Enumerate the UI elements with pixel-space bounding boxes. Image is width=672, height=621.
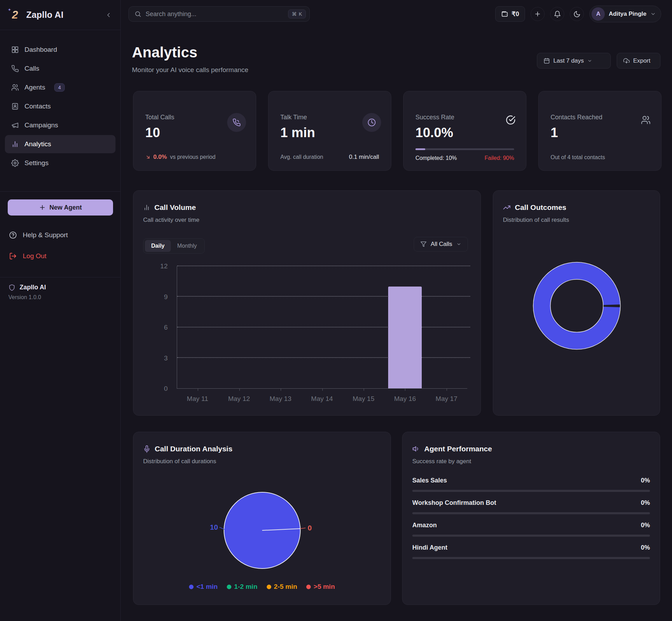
footer-brand: Zapllo AI [20, 284, 46, 291]
trending-up-icon [503, 204, 511, 211]
call-outcomes-title: Call Outcomes [515, 203, 566, 212]
search-bar[interactable]: ⌘ K [128, 6, 310, 22]
call-duration-card: Call Duration Analysis Distribution of c… [133, 432, 391, 605]
agent-row: Workshop Confirmation Bot0% [412, 499, 650, 514]
search-input[interactable] [146, 10, 288, 18]
wallet-balance: ₹0 [512, 10, 519, 18]
call-volume-ylabels: 036912 [149, 266, 173, 389]
search-shortcut-badge: ⌘ K [288, 9, 306, 19]
sidebar-collapse-button[interactable] [105, 12, 112, 19]
dashboard-icon [11, 46, 19, 54]
filter-icon [420, 241, 427, 247]
tab-daily[interactable]: Daily [145, 240, 171, 252]
contacts-note: Out of 4 total contacts [551, 154, 605, 161]
new-agent-button[interactable]: New Agent [8, 199, 113, 216]
sidebar-item-contacts[interactable]: Contacts [5, 97, 115, 115]
pie-callout-right-line [300, 528, 306, 529]
trend-indicator: 0.0% [145, 154, 167, 161]
agent-name: Workshop Confirmation Bot [412, 499, 496, 507]
success-rate-progress [415, 148, 514, 150]
arrow-down-right-icon [145, 154, 151, 160]
search-icon [134, 10, 141, 17]
chevron-left-icon [105, 12, 112, 19]
theme-toggle-button[interactable] [570, 7, 584, 21]
logout-icon [9, 252, 17, 260]
sidebar-item-label: Campaigns [24, 121, 58, 129]
footer-version: Version 1.0.0 [8, 294, 112, 301]
clock-icon [368, 118, 376, 127]
topbar-actions: ₹0 A Aditya Pingle [495, 6, 661, 22]
stat-value: 1 [551, 125, 649, 140]
pie-callout-right: 0 [308, 524, 312, 532]
brand-name: Zapllo AI [26, 10, 63, 20]
completed-label: Completed: 10% [415, 155, 457, 161]
avg-duration-value: 0.1 min/call [349, 154, 379, 161]
call-outcomes-card: Call Outcomes Distribution of call resul… [493, 190, 660, 416]
legend-item: >5 min [306, 583, 335, 591]
moon-icon [573, 10, 581, 18]
agent-row: Amazon0% [412, 522, 650, 537]
pie-legend: <1 min1-2 min2-5 min>5 min [133, 583, 391, 591]
sparkle-icon: ✦ [8, 7, 11, 12]
plus-icon [39, 204, 46, 211]
calls-filter-dropdown[interactable]: All Calls [414, 237, 468, 252]
phone-call-icon [232, 118, 241, 127]
zapllo-logo: ✦ 2 [8, 8, 22, 22]
agent-performance-title: Agent Performance [424, 445, 492, 453]
donut-ring [541, 270, 613, 342]
call-volume-tabs: Daily Monthly [143, 238, 205, 254]
help-support-link[interactable]: Help & Support [0, 226, 120, 244]
stat-value: 10.0% [415, 125, 514, 140]
sidebar-item-label: Settings [24, 159, 49, 167]
sidebar-item-analytics[interactable]: Analytics [5, 135, 115, 153]
agent-rate: 0% [641, 522, 650, 529]
user-menu[interactable]: A Aditya Pingle [589, 6, 661, 22]
sidebar: ✦ 2 Zapllo AI Dashboard Calls Agents 4 C… [0, 0, 121, 621]
call-volume-card: Call Volume Call activity over time Dail… [133, 190, 481, 416]
sidebar-item-agents[interactable]: Agents 4 [5, 78, 115, 97]
volume-icon [412, 445, 420, 453]
avg-duration-label: Avg. call duration [280, 154, 323, 160]
pie-callout-left: 10 [210, 523, 218, 531]
export-download-icon [623, 58, 630, 64]
sidebar-header: ✦ 2 Zapllo AI [0, 0, 120, 30]
call-duration-subtitle: Distribution of call durations [143, 458, 216, 465]
wallet-button[interactable]: ₹0 [495, 6, 525, 22]
logout-link[interactable]: Log Out [0, 247, 120, 265]
agent-row: Hindi Agent0% [412, 544, 650, 559]
chevron-down-icon [650, 11, 656, 17]
call-outcomes-subtitle: Distribution of call results [503, 217, 569, 224]
shield-icon [8, 284, 15, 291]
agent-progress [412, 557, 650, 559]
megaphone-icon [11, 121, 19, 129]
export-button[interactable]: Export [617, 53, 660, 69]
sidebar-nav: Dashboard Calls Agents 4 Contacts Campai… [0, 30, 120, 172]
trend-note: vs previous period [170, 154, 216, 160]
call-outcomes-donut [530, 259, 624, 353]
mic-icon [143, 445, 150, 453]
contact-card-icon [11, 103, 19, 110]
agent-progress [412, 512, 650, 514]
sidebar-divider [0, 191, 120, 192]
contacts-reached-card: Contacts Reached 1 Out of 4 total contac… [538, 91, 662, 171]
sidebar-item-label: Contacts [24, 103, 51, 110]
notifications-button[interactable] [550, 7, 564, 21]
date-range-button[interactable]: Last 7 days [537, 53, 611, 69]
sidebar-item-dashboard[interactable]: Dashboard [5, 41, 115, 59]
legend-item: 1-2 min [227, 583, 258, 591]
success-rate-card: Success Rate 10.0% Completed: 10% Failed… [403, 91, 526, 171]
agent-rows: Sales Sales0% Workshop Confirmation Bot0… [412, 477, 650, 566]
phone-icon [11, 65, 19, 72]
agent-performance-subtitle: Success rate by agent [412, 458, 471, 465]
chevron-down-icon [587, 58, 592, 63]
sidebar-item-calls[interactable]: Calls [5, 59, 115, 78]
add-button[interactable] [531, 7, 545, 21]
page-title: Analytics [132, 44, 197, 61]
agent-rate: 0% [641, 499, 650, 507]
sidebar-item-settings[interactable]: Settings [5, 154, 115, 172]
sidebar-item-campaigns[interactable]: Campaigns [5, 116, 115, 134]
tab-monthly[interactable]: Monthly [171, 240, 203, 252]
call-volume-plot [177, 266, 467, 389]
wallet-icon [501, 10, 508, 17]
help-circle-icon [9, 231, 17, 239]
